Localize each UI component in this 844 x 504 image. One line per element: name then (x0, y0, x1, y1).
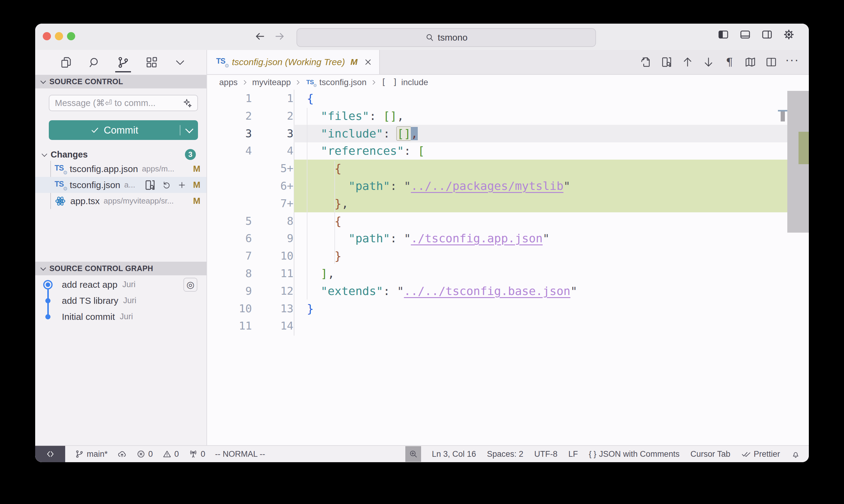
line-band (294, 317, 787, 335)
toggle-secondary-sidebar-icon[interactable] (760, 28, 774, 41)
code-line[interactable]: 6+ "path": "../../packages/mytslib" (207, 177, 809, 195)
changed-file-app.tsx[interactable]: app.tsx apps/myviteapp/sr... M (35, 193, 206, 209)
stage-changes-icon[interactable] (177, 181, 187, 190)
discard-changes-icon[interactable] (162, 181, 171, 190)
changes-count-badge: 3 (185, 149, 196, 160)
status-formatter[interactable]: Prettier (741, 449, 780, 459)
commit-author: Juri (122, 280, 136, 289)
tab-tsconfig-working-tree[interactable]: TS⚙ tsconfig.json (Working Tree) M (207, 50, 380, 74)
commit-node-icon (46, 282, 50, 287)
source-control-graph-header[interactable]: SOURCE CONTROL GRAPH (35, 262, 206, 275)
commit-message-input[interactable] (54, 98, 182, 108)
breadcrumb-item-tsconfig.json[interactable]: TS⚙tsconfig.json (305, 77, 366, 88)
minimize-window-button[interactable] (55, 32, 63, 40)
toggle-panel-icon[interactable] (739, 28, 752, 41)
activity-item-search[interactable] (86, 52, 103, 72)
commit-dropdown-button[interactable] (180, 128, 198, 132)
vscode-window: tsmono SOURCE CONTROL (35, 24, 809, 462)
zoom-window-button[interactable] (67, 32, 75, 40)
command-center-search[interactable]: tsmono (296, 28, 596, 47)
status-publish-changes[interactable] (117, 449, 127, 459)
code-line[interactable]: 4 4 "references": [ (207, 142, 809, 160)
status-bar: main*000-- NORMAL -- Ln 3, Col 16Spaces:… (35, 445, 809, 462)
commit-row[interactable]: add react app Juri ◎ (35, 276, 206, 293)
navigate-back-icon[interactable] (253, 29, 267, 43)
commit-graph-list: add react app Juri ◎ add TS library Juri… (35, 276, 206, 325)
code-editor[interactable]: 1 1 { 2 2 "files": [], 3 3 "include": []… (207, 90, 809, 445)
zoom-indicator-button[interactable] (405, 446, 421, 462)
breadcrumb-item-include[interactable]: [ ]include (381, 77, 428, 87)
code-line[interactable]: 1 1 { (207, 90, 809, 107)
status-eol[interactable]: LF (568, 449, 578, 459)
navigate-forward-icon[interactable] (273, 29, 287, 43)
status-warnings[interactable]: 0 (162, 449, 179, 459)
source-control-section-header[interactable]: SOURCE CONTROL (35, 75, 206, 88)
code-line[interactable]: 8 11 ], (207, 265, 809, 282)
code-line[interactable]: 2 2 "files": [], (207, 107, 809, 125)
changes-section-header[interactable]: Changes 3 (35, 148, 206, 161)
code-line[interactable]: 5+ { (207, 160, 809, 177)
close-window-button[interactable] (43, 32, 51, 40)
changed-file-tsconfig.json[interactable]: TS⚙ tsconfig.json a... M (35, 177, 206, 193)
code-line[interactable]: 10 13 } (207, 300, 809, 318)
code-line[interactable]: 11 14 (207, 317, 809, 335)
code-line[interactable]: 5 8 { (207, 212, 809, 230)
status-branch-status[interactable]: main* (75, 449, 108, 459)
code-line[interactable]: 6 9 "path": "./tsconfig.app.json" (207, 230, 809, 247)
code-line[interactable]: 3 3 "include": [], (207, 125, 809, 142)
chevron-down-icon (40, 265, 46, 270)
status-forwarded-ports[interactable]: 0 (189, 449, 205, 459)
activity-item-more-views[interactable] (172, 52, 189, 72)
commit-row[interactable]: add TS library Juri (35, 293, 206, 309)
status-language-mode[interactable]: { }JSON with Comments (589, 449, 679, 459)
settings-gear-icon[interactable] (782, 28, 795, 41)
status-tab-mode[interactable]: Cursor Tab (690, 449, 730, 459)
code-line[interactable]: 9 12 "extends": "../../tsconfig.base.jso… (207, 282, 809, 300)
toggle-whitespace-icon[interactable]: ¶ (723, 56, 736, 69)
next-change-icon[interactable] (702, 56, 715, 69)
sparkle-icon[interactable] (182, 98, 192, 108)
status-errors[interactable]: 0 (136, 449, 153, 459)
vertical-scrollbar[interactable] (787, 91, 809, 233)
status-indentation[interactable]: Spaces: 2 (487, 449, 523, 459)
cloud-upload-icon (117, 449, 127, 459)
breadcrumb-item-myviteapp[interactable]: myviteapp (252, 77, 291, 87)
tab-bar: TS⚙ tsconfig.json (Working Tree) M ¶··· (207, 50, 809, 75)
diff-added-band (294, 195, 787, 212)
modified-badge: M (193, 180, 201, 190)
activity-item-source-control[interactable] (115, 52, 132, 72)
tab-modified-badge: M (350, 57, 358, 67)
status-vim-mode[interactable]: -- NORMAL -- (215, 449, 265, 459)
split-editor-icon[interactable] (765, 56, 778, 69)
activity-item-extensions[interactable] (143, 52, 160, 72)
file-path: apps/myviteapp/sr... (104, 196, 174, 206)
changed-file-tsconfig.app.json[interactable]: TS⚙ tsconfig.app.json apps/m... M (35, 161, 206, 177)
more-actions-icon[interactable]: ··· (786, 56, 798, 69)
status-encoding[interactable]: UTF-8 (534, 449, 557, 459)
code-line[interactable]: 7 10 } (207, 247, 809, 265)
line-band (294, 300, 787, 318)
status-cursor-position[interactable]: Ln 3, Col 16 (432, 449, 476, 459)
activity-item-explorer[interactable] (57, 52, 74, 72)
toggle-primary-sidebar-icon[interactable] (717, 28, 730, 41)
remote-icon (46, 449, 55, 458)
status-bar-left: main*000-- NORMAL -- (35, 446, 275, 462)
commit-button[interactable]: Commit (49, 120, 198, 140)
code-line[interactable]: 7+ }, (207, 195, 809, 212)
modified-line-number: 13 (253, 300, 293, 318)
chevron-down-icon (40, 78, 46, 84)
commit-button-label: Commit (104, 125, 138, 136)
commit-row[interactable]: Initial commit Juri (35, 309, 206, 325)
modified-line-number: 2 (253, 107, 293, 125)
close-tab-icon[interactable] (363, 57, 373, 67)
previous-change-icon[interactable] (681, 56, 694, 69)
toggle-map-icon[interactable] (744, 56, 757, 69)
open-changes-icon[interactable] (639, 56, 652, 69)
remote-indicator-button[interactable] (35, 446, 65, 462)
status-notifications[interactable] (791, 449, 800, 459)
bell-icon (791, 449, 800, 459)
goto-history-item-button[interactable]: ◎ (184, 278, 197, 292)
breadcrumb-item-apps[interactable]: apps (219, 77, 238, 87)
open-file-icon[interactable] (144, 179, 156, 191)
open-file-icon[interactable] (660, 56, 673, 69)
